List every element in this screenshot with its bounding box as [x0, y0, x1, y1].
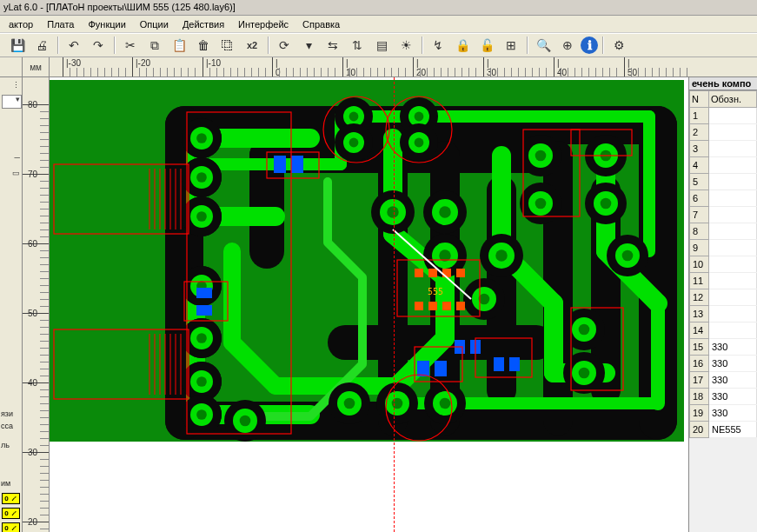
h-tick: |-20 — [132, 57, 133, 76]
delete-icon[interactable]: 🗑 — [192, 35, 215, 56]
autoroute-icon[interactable]: ↯ — [427, 35, 449, 56]
svg-text:555: 555 — [428, 287, 443, 296]
table-row[interactable]: 13 — [690, 306, 757, 323]
table-row[interactable]: 7 — [690, 207, 757, 223]
badge-2[interactable]: 0 ⟋ — [2, 508, 20, 519]
copy-icon[interactable]: ⧉ — [143, 35, 166, 56]
mirror-v-icon[interactable]: ⇅ — [346, 35, 369, 56]
svg-point-51 — [415, 112, 424, 122]
duplicate-icon[interactable]: ⿻ — [216, 35, 239, 56]
v-tick: 50 — [23, 313, 49, 314]
snap-icon[interactable]: ☀ — [395, 35, 417, 56]
rotate-icon[interactable]: ⟳ — [273, 35, 295, 56]
undo-icon[interactable]: ↶ — [63, 35, 85, 56]
ruler-corner — [0, 57, 23, 76]
table-row[interactable]: 3 — [690, 141, 757, 157]
table-row[interactable]: 1 — [690, 108, 757, 124]
table-row[interactable]: 19330 — [690, 405, 757, 422]
mirror-h-icon[interactable]: ⇆ — [322, 35, 344, 56]
svg-rect-108 — [435, 361, 447, 376]
menu-актор[interactable]: актор — [3, 17, 38, 31]
cut-icon[interactable]: ✂ — [119, 35, 142, 56]
svg-rect-117 — [442, 269, 451, 277]
table-row[interactable]: 15330 — [690, 339, 757, 356]
table-row[interactable]: 14 — [690, 323, 757, 339]
table-row[interactable]: 11 — [690, 273, 757, 289]
menu-Опции[interactable]: Опции — [135, 17, 174, 31]
table-row[interactable]: 17330 — [690, 372, 757, 389]
unlock-icon[interactable]: 🔓 — [475, 35, 498, 56]
table-row[interactable]: 4 — [690, 157, 757, 174]
table-row[interactable]: 8 — [690, 223, 757, 240]
h-tick: | 0 — [272, 57, 273, 76]
table-row[interactable]: 16330 — [690, 356, 757, 372]
table-row[interactable]: 18330 — [690, 389, 757, 405]
svg-point-60 — [439, 206, 451, 218]
component-panel: ечень компо N Обозн. 1234567891011121314… — [688, 77, 757, 532]
svg-point-93 — [344, 398, 355, 409]
v-tick: 30 — [23, 452, 49, 453]
svg-rect-120 — [456, 302, 465, 310]
gear-icon[interactable]: ⚙ — [608, 35, 630, 56]
menu-Действия[interactable]: Действия — [177, 17, 229, 31]
svg-rect-116 — [428, 302, 437, 310]
v-tick: 70 — [23, 174, 49, 175]
table-row[interactable]: 5 — [690, 174, 757, 190]
col-n[interactable]: N — [690, 91, 709, 108]
tb-sep — [114, 37, 115, 54]
center-icon[interactable]: ⊕ — [556, 35, 579, 56]
menu-Справка[interactable]: Справка — [297, 17, 345, 31]
con-icon[interactable]: ⊞ — [500, 35, 522, 56]
tb-sep — [57, 37, 58, 54]
layer-dropdown[interactable] — [2, 95, 22, 109]
h-tick: | 50 — [624, 57, 625, 76]
svg-point-84 — [622, 250, 634, 262]
table-row[interactable]: 20NE555 — [690, 422, 757, 438]
v-ruler[interactable]: 80706050403020 — [23, 77, 50, 532]
ruler-unit[interactable]: мм — [23, 57, 50, 76]
tool-line[interactable]: ─ — [1, 153, 21, 162]
svg-point-45 — [349, 112, 359, 122]
tb-sep — [422, 37, 422, 54]
table-row[interactable]: 12 — [690, 289, 757, 306]
table-row[interactable]: 6 — [690, 190, 757, 207]
pcb-board[interactable]: 555 — [50, 77, 688, 532]
save-icon[interactable]: 💾 — [6, 35, 29, 56]
tb-sep — [602, 37, 603, 54]
menu-bar: акторПлатаФункцииОпцииДействияИнтерфейсС… — [0, 16, 757, 33]
title-bar: yLat 6.0 - [ПЛАТоН проекты\ШИМ 555 (125 … — [0, 0, 757, 16]
table-row[interactable]: 9 — [690, 240, 757, 256]
info-icon[interactable]: ℹ — [581, 37, 598, 54]
menu-Интерфейс[interactable]: Интерфейс — [233, 17, 294, 31]
tool-rect[interactable]: ▭ — [1, 169, 21, 177]
svg-rect-104 — [291, 156, 303, 173]
svg-point-90 — [579, 368, 590, 379]
cursor-crosshair — [394, 77, 395, 532]
grid-size[interactable]: ⋮ — [1, 81, 21, 90]
table-row[interactable]: 2 — [690, 124, 757, 141]
component-table[interactable]: N Обозн. 1234567891011121314153301633017… — [689, 90, 757, 438]
lock-icon[interactable]: 🔒 — [451, 35, 474, 56]
menu-Функции[interactable]: Функции — [83, 17, 130, 31]
table-row[interactable]: 10 — [690, 256, 757, 273]
lbl-4: им — [0, 479, 22, 488]
svg-point-66 — [495, 249, 508, 262]
svg-point-72 — [535, 150, 547, 162]
paste-icon[interactable]: 📋 — [168, 35, 190, 56]
tb-sep — [527, 37, 528, 54]
print-icon[interactable]: 🖨 — [30, 35, 53, 56]
align-icon[interactable]: ▤ — [370, 35, 393, 56]
h-tick: | 30 — [483, 57, 484, 76]
x2-icon[interactable]: x2 — [241, 35, 263, 56]
col-desig[interactable]: Обозн. — [709, 91, 757, 108]
redo-icon[interactable]: ↷ — [87, 35, 110, 56]
badge-1[interactable]: 0 ⟋ — [2, 493, 20, 504]
svg-rect-103 — [274, 156, 286, 173]
h-ruler[interactable]: |-30|-20|-10| 0| 10| 20| 30| 40| 50 — [50, 57, 757, 76]
tb-sep — [268, 37, 269, 54]
canvas[interactable]: 555 — [50, 77, 688, 532]
rotate-dd-icon[interactable]: ▾ — [297, 35, 320, 56]
badge-3[interactable]: 0 ⟋ — [2, 522, 20, 532]
zoom-icon[interactable]: 🔍 — [532, 35, 554, 56]
menu-Плата[interactable]: Плата — [42, 17, 79, 31]
